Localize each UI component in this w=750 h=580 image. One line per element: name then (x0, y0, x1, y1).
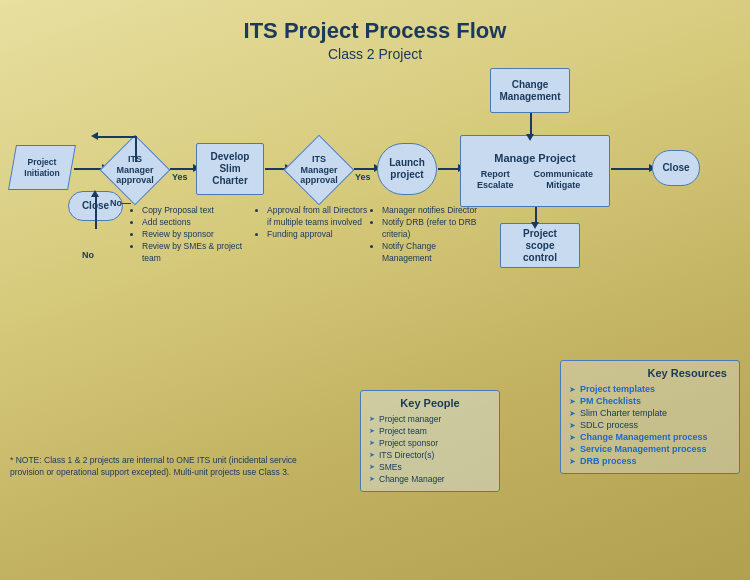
diamond-its-manager-1: ITSManagerapproval (100, 135, 170, 205)
key-people-item: SMEs (369, 461, 491, 473)
slim-charter-bullets: Copy Proposal text Add sections Review b… (130, 205, 245, 264)
diamond-its-manager-2: ITSManagerapproval (284, 135, 354, 205)
arrow-manage-to-scope (535, 207, 537, 224)
arrow-manage-to-close2 (611, 168, 651, 170)
main-title: ITS Project Process Flow (0, 18, 750, 44)
its-approval2-bullets: Approval from all Directors if multiple … (255, 205, 370, 241)
arrow-close-up (95, 195, 97, 229)
title-area: ITS Project Process Flow Class 2 Project (0, 0, 750, 62)
key-resources-item: PM Checklists (569, 395, 731, 407)
key-people-item: Project team (369, 425, 491, 437)
arrow-cm-to-manage (530, 113, 532, 136)
key-resources-item: Slim Charter template (569, 407, 731, 419)
key-resources-item: Service Management process (569, 443, 731, 455)
launch-bullets: Manager notifies Director Notify DRB (re… (370, 205, 480, 264)
key-resources-item: DRB process (569, 455, 731, 467)
key-people-title: Key People (369, 397, 491, 409)
change-management: ChangeManagement (490, 68, 570, 113)
key-people-item: Project manager (369, 413, 491, 425)
arrow-launch-to-manage (438, 168, 460, 170)
yes-label-1: Yes (172, 172, 188, 182)
key-resources-item: Project templates (569, 383, 731, 395)
key-resources-item: SDLC process (569, 419, 731, 431)
key-people-item: ITS Director(s) (369, 449, 491, 461)
key-people-item: Project sponsor (369, 437, 491, 449)
key-people-box: Key People Project managerProject teamPr… (360, 390, 500, 492)
launch-project: Launchproject (377, 143, 437, 195)
key-resources-list: Project templatesPM ChecklistsSlim Chart… (569, 383, 731, 467)
main-container: ITS Project Process Flow Class 2 Project… (0, 0, 750, 580)
project-initiation-label: ProjectInitiation (12, 145, 72, 190)
key-people-item: Change Manager (369, 473, 491, 485)
arrow-diamond1-to-slim (170, 168, 195, 170)
key-resources-box: Key Resources Project templatesPM Checkl… (560, 360, 740, 474)
yes-label-2: Yes (355, 172, 371, 182)
key-resources-item: Change Management process (569, 431, 731, 443)
key-people-list: Project managerProject teamProject spons… (369, 413, 491, 485)
note-text: * NOTE: Class 1 & 2 projects are interna… (10, 455, 297, 477)
key-resources-title: Key Resources (569, 367, 731, 379)
note-box: * NOTE: Class 1 & 2 projects are interna… (10, 455, 320, 479)
close-2: Close (652, 150, 700, 186)
manage-project-label: Manage Project (494, 152, 575, 165)
manage-project: Manage Project ReportEscalate Communicat… (460, 135, 610, 207)
project-scope-control: Projectscopecontrol (500, 223, 580, 268)
no-label-1: No (82, 250, 94, 260)
develop-slim-charter: DevelopSlimCharter (196, 143, 264, 195)
arrow-diamond2-to-launch (354, 168, 376, 170)
manage-project-sub: ReportEscalate CommunicateMitigate (477, 169, 593, 191)
